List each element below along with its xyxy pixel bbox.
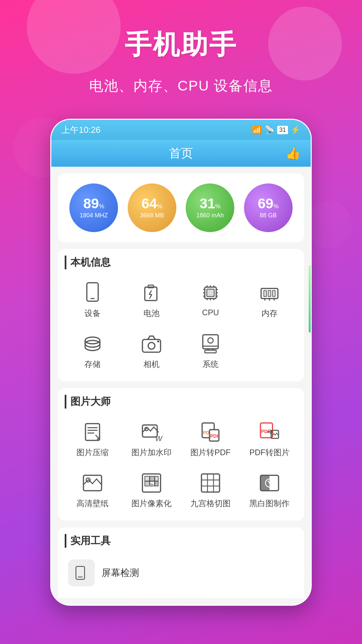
content-area: 89 % 1804 MHZ 64 % 3668 MB 31 % 1860 mAh — [51, 167, 311, 605]
stats-row: 89 % 1804 MHZ 64 % 3668 MB 31 % 1860 mAh — [58, 173, 304, 242]
svg-text:PDF: PDF — [261, 429, 270, 434]
camera-label: 相机 — [143, 359, 160, 370]
memory-item[interactable]: 内存 — [242, 276, 297, 324]
storage-value: 69 — [258, 197, 274, 211]
svg-text:PDF: PDF — [210, 433, 220, 439]
tools-title: 实用工具 — [65, 534, 297, 548]
svg-rect-22 — [264, 290, 266, 297]
wallpaper-item[interactable]: 高清壁纸 — [65, 466, 120, 514]
memory-stat-circle[interactable]: 64 % 3668 MB — [128, 183, 176, 232]
signal-icon: 📶 — [252, 125, 262, 135]
storage-sub: 88 GB — [260, 212, 277, 219]
battery-stat-circle[interactable]: 31 % 1860 mAh — [186, 183, 234, 232]
cpu-icon — [199, 281, 222, 305]
img-compress-label: 图片压缩 — [76, 447, 109, 458]
svg-rect-61 — [145, 481, 149, 486]
svg-text:W: W — [155, 434, 163, 443]
svg-rect-60 — [155, 476, 158, 481]
cpu-item[interactable]: CPU — [183, 276, 238, 324]
device-info-title: 本机信息 — [65, 256, 297, 269]
grid-icon — [199, 471, 222, 495]
tools-section: 实用工具 屏幕检测 — [58, 527, 304, 598]
storage-stat-circle[interactable]: 69 % 88 GB — [244, 183, 293, 232]
device-info-section: 本机信息 设备 — [58, 249, 304, 381]
pdf-to-img-label: PDF转图片 — [249, 447, 290, 458]
wallpaper-label: 高清壁纸 — [76, 498, 109, 509]
pixelate-label: 图片像素化 — [131, 498, 172, 509]
image-master-grid-2: 高清壁纸 图片像素化 — [65, 466, 297, 514]
camera-item[interactable]: 相机 — [124, 327, 179, 375]
bw-icon — [258, 471, 281, 495]
memory-icon — [258, 281, 281, 305]
memory-value: 64 — [141, 197, 157, 211]
svg-rect-24 — [273, 290, 275, 297]
svg-rect-35 — [205, 350, 216, 353]
status-bar: 上午10:26 📶 📡 31 ⚡ — [51, 120, 311, 140]
device-info-grid: 设备 电池 — [65, 276, 297, 324]
battery-item[interactable]: 电池 — [124, 276, 179, 324]
battery-label: 电池 — [143, 308, 160, 319]
system-icon — [199, 332, 222, 356]
nav-title: 首页 — [169, 145, 193, 162]
nav-bar: 首页 👍 — [51, 140, 311, 167]
bw-art-label: 黑白图制作 — [249, 498, 290, 509]
img-to-pdf-item[interactable]: PDF PDF 图片转PDF — [183, 415, 238, 463]
system-item[interactable]: 系统 — [183, 327, 238, 375]
cpu-value: 89 — [83, 197, 99, 211]
svg-rect-63 — [155, 481, 158, 486]
svg-line-4 — [149, 290, 152, 294]
pdf-to-img-item[interactable]: PDF PDF转图片 — [242, 415, 297, 463]
charging-icon: ⚡ — [291, 125, 301, 135]
battery-indicator: 31 — [277, 126, 288, 134]
cpu-label: CPU — [202, 308, 219, 317]
svg-rect-39 — [85, 424, 100, 440]
img-watermark-item[interactable]: W 图片加水印 — [124, 415, 179, 463]
svg-rect-73 — [76, 567, 85, 580]
camera-icon — [140, 332, 163, 356]
device-item[interactable]: 设备 — [65, 276, 120, 324]
watermark-icon: W — [140, 420, 163, 444]
storage-unit: % — [274, 203, 279, 210]
app-title: 手机助手 — [0, 27, 362, 63]
header-area: 手机助手 电池、内存、CPU 设备信息 — [0, 0, 362, 105]
svg-rect-8 — [207, 289, 214, 297]
cpu-sub: 1804 MHZ — [80, 212, 108, 219]
image-master-grid-1: 图片压缩 W 图片加水印 PDF — [65, 415, 297, 463]
status-icons: 📶 📡 31 ⚡ — [252, 125, 301, 135]
bw-art-item[interactable]: 黑白图制作 — [242, 466, 297, 514]
screen-check-item[interactable]: 屏幕检测 — [65, 554, 297, 591]
img-to-pdf-label: 图片转PDF — [190, 447, 231, 458]
screen-icon — [73, 565, 90, 581]
battery-value: 31 — [199, 197, 215, 211]
pdf2img-icon: PDF — [258, 420, 281, 444]
storage-icon — [81, 332, 104, 356]
battery-unit: % — [215, 203, 221, 210]
grid-cut-label: 九宫格切图 — [190, 498, 231, 509]
svg-point-38 — [208, 338, 213, 343]
svg-line-43 — [96, 435, 100, 439]
like-button[interactable]: 👍 — [286, 146, 301, 160]
svg-point-31 — [148, 342, 155, 349]
memory-sub: 3668 MB — [140, 212, 164, 219]
cpu-stat-circle[interactable]: 89 % 1804 MHZ — [69, 183, 118, 232]
svg-point-64 — [149, 484, 154, 487]
screen-check-icon — [68, 559, 95, 586]
status-time: 上午10:26 — [61, 124, 101, 136]
storage-item[interactable]: 存储 — [65, 327, 120, 375]
svg-rect-2 — [145, 287, 157, 301]
svg-rect-3 — [148, 285, 154, 288]
wifi-icon: 📡 — [264, 125, 275, 135]
pixelate-icon — [140, 471, 163, 495]
svg-rect-23 — [268, 290, 271, 297]
battery-sub: 1860 mAh — [196, 212, 224, 219]
battery-icon — [140, 281, 163, 305]
side-stripe — [309, 265, 311, 332]
pixelate-item[interactable]: 图片像素化 — [124, 466, 179, 514]
grid-cut-item[interactable]: 九宫格切图 — [183, 466, 238, 514]
app-subtitle: 电池、内存、CPU 设备信息 — [0, 76, 362, 95]
phone-mockup: 上午10:26 📶 📡 31 ⚡ 首页 👍 89 % 1804 MHZ 64 — [50, 119, 312, 606]
memory-unit: % — [157, 203, 163, 210]
img-compress-item[interactable]: 图片压缩 — [65, 415, 120, 463]
wallpaper-icon — [81, 471, 104, 495]
system-label: 系统 — [202, 359, 219, 370]
